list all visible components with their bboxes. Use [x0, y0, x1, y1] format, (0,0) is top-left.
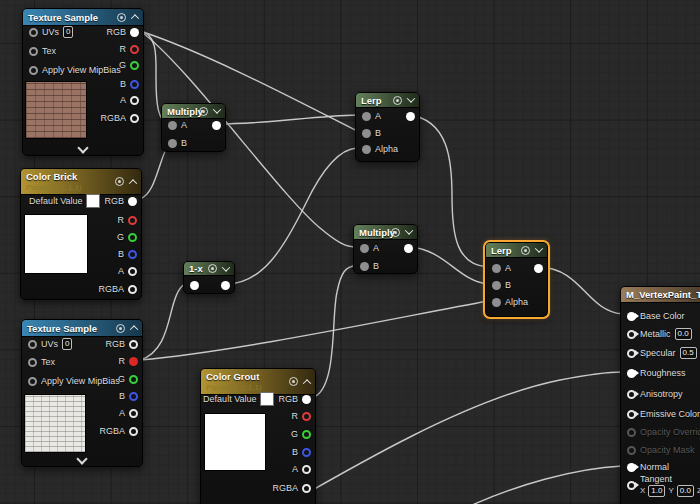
a-output-pin[interactable]: [129, 409, 138, 418]
node-color-brick-param-g-output[interactable]: G: [117, 231, 137, 243]
pin-value-box[interactable]: 0: [62, 338, 72, 350]
rgba-output-pin[interactable]: [302, 484, 311, 493]
b-input-pin[interactable]: [168, 139, 177, 148]
a-input-pin[interactable]: [168, 121, 177, 130]
node-texture-sample-brick-b-output[interactable]: B: [120, 78, 139, 90]
roughness-input-pin[interactable]: [627, 369, 636, 378]
tex-input-pin[interactable]: [29, 47, 38, 56]
b-input-pin[interactable]: [492, 281, 501, 290]
node-texture-sample-brick-uvs-input[interactable]: UVs0: [29, 26, 73, 38]
preview-toggle-icon[interactable]: [199, 107, 208, 116]
preview-toggle-icon[interactable]: [393, 96, 402, 105]
anisotropy-input-pin[interactable]: [627, 390, 636, 399]
node-texture-sample-grout-b-output[interactable]: B: [119, 390, 138, 402]
uvs-input-pin[interactable]: [28, 340, 37, 349]
normal-input-pin[interactable]: [627, 463, 636, 472]
wire-lerp1-to-lerp2-a[interactable]: [408, 115, 488, 267]
node-texture-sample-grout-apply-view-mipbias-input[interactable]: Apply View MipBias: [28, 375, 120, 387]
wire-lerp2-to-basecolor[interactable]: [540, 267, 622, 314]
a-output-pin[interactable]: [128, 267, 137, 276]
rgb-output-pin[interactable]: [302, 395, 311, 404]
expand-chevron-icon[interactable]: [77, 142, 88, 153]
node-multiply-2-a-input[interactable]: A: [360, 242, 379, 254]
preview-toggle-icon[interactable]: [289, 377, 298, 386]
alpha-input-pin[interactable]: [362, 145, 371, 154]
node-color-grout-param-a-output[interactable]: A: [292, 463, 311, 475]
node-texture-sample-brick-rgb-output[interactable]: RGB: [106, 26, 139, 38]
alpha-input-pin[interactable]: [492, 298, 501, 307]
node-material-result-metallic-input[interactable]: Metallic0.0: [627, 328, 692, 340]
node-material-result-roughness-input[interactable]: Roughness: [627, 367, 686, 379]
preview-toggle-icon[interactable]: [391, 228, 400, 237]
node-texture-sample-grout-rgb-output[interactable]: RGB: [105, 338, 138, 350]
node-lerp-2-alpha-input[interactable]: Alpha: [492, 296, 528, 308]
node-material-result-anisotropy-input[interactable]: Anisotropy: [627, 388, 683, 400]
node-lerp-1-b-input[interactable]: B: [362, 127, 381, 139]
node-header[interactable]: Color GroutParam (1,1,1,1): [201, 369, 315, 395]
preview-toggle-icon[interactable]: [115, 177, 124, 186]
expand-chevron-icon[interactable]: [76, 453, 87, 464]
wire-multiply2-to-lerp2-b[interactable]: [410, 247, 488, 284]
base-color-input-pin[interactable]: [627, 312, 636, 321]
node-color-brick-param-rgba-output[interactable]: RGBA: [98, 283, 137, 295]
node-one-minus-x[interactable]: 1-x: [183, 261, 235, 294]
b-output-pin[interactable]: [130, 80, 139, 89]
a-input-pin[interactable]: [360, 244, 369, 253]
apply-view-mipbias-input-pin[interactable]: [28, 377, 37, 386]
node-texture-sample-brick[interactable]: Texture SampleUVs0TexApply View MipBiasR…: [22, 8, 144, 156]
g-output-pin[interactable]: [302, 430, 311, 439]
tex-input-pin[interactable]: [28, 358, 37, 367]
node-multiply-2[interactable]: MultiplyAB: [353, 224, 418, 274]
node-lerp-2[interactable]: LerpABAlpha: [485, 242, 548, 317]
node-texture-sample-brick-a-output[interactable]: A: [120, 94, 139, 106]
node-lerp-2-b-input[interactable]: B: [492, 279, 511, 291]
node-lerp-1-a-input[interactable]: A: [362, 110, 381, 122]
node-texture-sample-grout-uvs-input[interactable]: UVs0: [28, 338, 72, 350]
node-multiply-1-a-input[interactable]: A: [168, 119, 187, 131]
node-lerp-2-result-output[interactable]: [530, 262, 543, 274]
opacity-mask-input-pin[interactable]: [627, 446, 636, 455]
field-value[interactable]: 0.0: [677, 485, 694, 497]
result-output-pin[interactable]: [534, 264, 543, 273]
chevron-down-icon[interactable]: [213, 105, 221, 113]
g-output-pin[interactable]: [130, 61, 139, 70]
graph-canvas[interactable]: Texture SampleUVs0TexApply View MipBiasR…: [0, 0, 700, 504]
wire-offscreen-to-normal[interactable]: [445, 466, 622, 504]
r-output-pin[interactable]: [129, 357, 138, 366]
b-output-pin[interactable]: [129, 392, 138, 401]
node-one-minus-x-x-input[interactable]: [190, 279, 203, 291]
node-material-result-opacity-mask-input[interactable]: Opacity Mask: [627, 444, 695, 456]
wire-colorgrout-rgb-to-multiply2-b[interactable]: [312, 266, 356, 398]
rgb-output-pin[interactable]: [128, 197, 137, 206]
node-texture-sample-grout-a-output[interactable]: A: [119, 407, 138, 419]
b-input-pin[interactable]: [360, 262, 369, 271]
color-swatch[interactable]: [260, 392, 274, 406]
field-value[interactable]: 1.0: [648, 485, 665, 497]
node-color-brick-param-b-output[interactable]: B: [118, 248, 137, 260]
x-input-pin[interactable]: [190, 281, 199, 290]
node-texture-sample-grout[interactable]: Texture SampleUVs0TexApply View MipBiasR…: [21, 319, 143, 467]
chevron-up-icon[interactable]: [129, 179, 137, 187]
node-lerp-1[interactable]: LerpABAlpha: [355, 92, 420, 162]
node-material-result-base-color-input[interactable]: Base Color: [627, 310, 685, 322]
wire-multiply1-to-lerp1-a[interactable]: [218, 115, 357, 124]
node-texture-sample-grout-rgba-output[interactable]: RGBA: [99, 425, 138, 437]
b-input-pin[interactable]: [362, 129, 371, 138]
chevron-down-icon[interactable]: [405, 226, 413, 234]
node-lerp-1-result-output[interactable]: [402, 110, 415, 122]
b-output-pin[interactable]: [302, 448, 311, 457]
node-color-grout-param-r-output[interactable]: R: [292, 410, 312, 422]
node-header[interactable]: Texture Sample: [23, 9, 143, 26]
result-output-pin[interactable]: [404, 244, 413, 253]
a-output-pin[interactable]: [302, 465, 311, 474]
a-output-pin[interactable]: [130, 96, 139, 105]
chevron-down-icon[interactable]: [407, 94, 415, 102]
rgba-output-pin[interactable]: [129, 427, 138, 436]
node-color-grout-param-rgba-output[interactable]: RGBA: [272, 482, 311, 494]
node-texture-sample-brick-tex-input[interactable]: Tex: [29, 45, 56, 57]
node-multiply-1-result-output[interactable]: [208, 119, 221, 131]
node-texture-sample-brick-apply-view-mipbias-input[interactable]: Apply View MipBias: [29, 64, 121, 76]
rgba-output-pin[interactable]: [128, 285, 137, 294]
pin-value-box[interactable]: 0: [63, 26, 73, 38]
node-multiply-2-b-input[interactable]: B: [360, 260, 379, 272]
